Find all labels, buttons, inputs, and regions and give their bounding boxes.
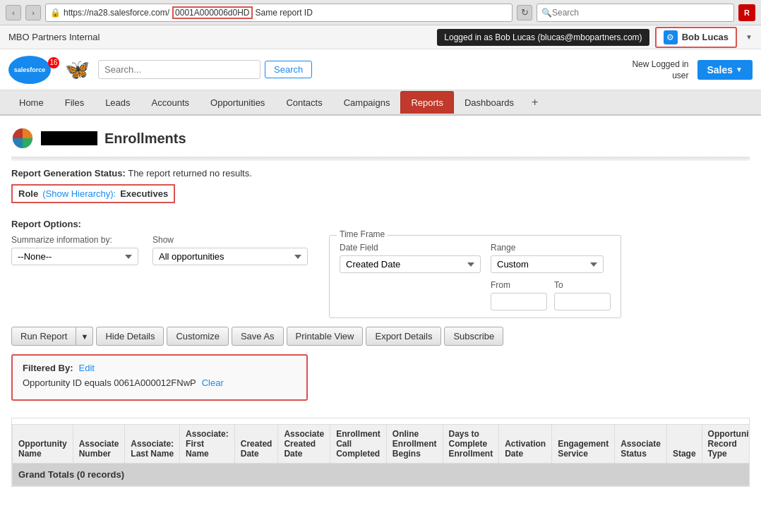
col-associate-last-name: Associate: Last Name <box>125 425 180 464</box>
range-label: Range <box>491 243 611 253</box>
save-as-button[interactable]: Save As <box>232 327 284 346</box>
filter-section: Filtered By: Edit Opportunity ID equals … <box>11 354 308 401</box>
sf-search-button[interactable]: Search <box>265 61 312 78</box>
from-input[interactable] <box>491 293 547 310</box>
refresh-button[interactable]: ↻ <box>517 5 532 20</box>
date-field-select[interactable]: Created Date <box>340 255 481 273</box>
run-report-button[interactable]: Run Report <box>11 327 76 346</box>
filter-row-1: Filtered By: Edit <box>23 363 296 373</box>
sf-search-area: Search <box>98 60 352 79</box>
from-label: From <box>491 280 547 290</box>
summarize-select[interactable]: --None-- <box>11 248 138 265</box>
sf-cloud-logo: salesforce <box>8 56 51 84</box>
role-label: Role <box>18 188 38 199</box>
user-dropdown-arrow[interactable]: ▼ <box>745 33 753 41</box>
date-field-label: Date Field <box>340 243 481 253</box>
date-field-group: Date Field Created Date <box>340 243 481 273</box>
forward-button[interactable]: › <box>25 5 41 20</box>
col-engagement-service: Engagement Service <box>552 425 615 464</box>
run-report-arrow-button[interactable]: ▼ <box>76 327 93 346</box>
timeframe-container: Time Frame Date Field Created Date Range… <box>329 235 621 318</box>
filter-row-2: Opportunity ID equals 0061A000012FNwP Cl… <box>23 377 296 388</box>
col-stage: Stage <box>666 425 702 464</box>
filter-condition: Opportunity ID equals 0061A000012FNwP <box>23 377 196 388</box>
back-button[interactable]: ‹ <box>6 5 21 20</box>
to-input[interactable] <box>554 293 611 310</box>
add-tab-button[interactable]: + <box>525 90 545 114</box>
col-online-enrollment-begins: Online Enrollment Begins <box>386 425 443 464</box>
sales-btn-arrow: ▼ <box>736 66 743 73</box>
report-table: Opportunity Name Associate Number Associ… <box>12 424 750 486</box>
tab-contacts[interactable]: Contacts <box>275 91 332 114</box>
table-header-row: Opportunity Name Associate Number Associ… <box>13 425 750 464</box>
user-name: Bob Lucas <box>682 32 729 42</box>
options-and-timeframe: Summarize information by: --None-- Show … <box>11 235 750 318</box>
options-left: Summarize information by: --None-- Show … <box>11 235 308 265</box>
sf-header: salesforce 16 🦋 Search New Logged in use… <box>0 49 761 90</box>
report-title-redacted <box>41 131 97 145</box>
summarize-group: Summarize information by: --None-- <box>11 235 138 265</box>
summarize-label: Summarize information by: <box>11 235 138 245</box>
range-group: Range Custom From To <box>491 243 611 310</box>
report-title-row: Enrollments <box>11 127 750 150</box>
col-days-to-complete-enrollment: Days to Complete Enrollment <box>443 425 499 464</box>
timeframe-title: Time Frame <box>337 229 388 239</box>
timeframe-row: Date Field Created Date Range Custom Fro… <box>340 243 611 310</box>
show-select[interactable]: All opportunities <box>152 248 308 265</box>
hide-details-button[interactable]: Hide Details <box>96 327 164 346</box>
show-group: Show All opportunities <box>152 235 308 265</box>
sf-right-area: New Logged in user <box>632 59 688 80</box>
from-to-row: From To <box>491 280 611 310</box>
mbo-user-area: Logged in as Bob Lucas (blucas@mbopartne… <box>437 27 753 48</box>
mbo-user-box[interactable]: ⚙ Bob Lucas <box>655 27 737 48</box>
role-row: Role (Show Hierarchy): Executives <box>11 184 175 203</box>
report-pie-icon <box>11 127 34 150</box>
tab-home[interactable]: Home <box>8 91 54 114</box>
sf-logo: salesforce 16 🦋 <box>8 56 90 84</box>
url-same-report: Same report ID <box>256 8 313 18</box>
sales-button[interactable]: Sales ▼ <box>697 60 753 80</box>
export-details-button[interactable]: Export Details <box>366 327 441 346</box>
subscribe-button[interactable]: Subscribe <box>444 327 503 346</box>
salesforce-text: salesforce <box>14 66 46 73</box>
status-value: The report returned no results. <box>128 168 252 179</box>
customize-button[interactable]: Customize <box>167 327 228 346</box>
action-buttons: Run Report ▼ Hide Details Customize Save… <box>11 327 750 346</box>
col-opportunity-name: Opportunity Name <box>13 425 73 464</box>
sf-search-input[interactable] <box>98 60 260 79</box>
divider <box>11 157 750 161</box>
browser-extension-icon[interactable]: R <box>738 4 755 21</box>
tab-leads[interactable]: Leads <box>95 91 140 114</box>
lock-icon: 🔒 <box>50 8 61 18</box>
role-value: Executives <box>120 188 168 199</box>
url-bar[interactable]: 🔒 https://na28.salesforce.com/ 0001A0000… <box>45 4 513 22</box>
browser-search-bar[interactable]: 🔍 <box>537 4 734 22</box>
report-table-wrapper: Opportunity Name Associate Number Associ… <box>11 418 750 487</box>
col-activation-date: Activation Date <box>499 425 552 464</box>
new-logged-in-label: New Logged in <box>632 59 688 69</box>
browser-search-input[interactable] <box>552 8 707 18</box>
col-associate-first-name: Associate: First Name <box>180 425 235 464</box>
search-icon: 🔍 <box>541 8 552 18</box>
filter-edit-link[interactable]: Edit <box>79 363 95 373</box>
col-associate-number: Associate Number <box>73 425 125 464</box>
options-row-inline: Summarize information by: --None-- Show … <box>11 235 308 265</box>
filter-clear-link[interactable]: Clear <box>202 377 224 388</box>
col-enrollment-call-completed: Enrollment Call Completed <box>330 425 387 464</box>
tab-reports[interactable]: Reports <box>400 91 454 114</box>
range-select[interactable]: Custom <box>491 255 604 273</box>
sales-btn-label: Sales <box>707 64 733 75</box>
run-report-group: Run Report ▼ <box>11 327 93 346</box>
tab-dashboards[interactable]: Dashboards <box>454 91 525 114</box>
to-group: To <box>554 280 611 310</box>
butterfly-icon: 🦋 <box>65 58 90 81</box>
tab-files[interactable]: Files <box>54 91 95 114</box>
tab-accounts[interactable]: Accounts <box>141 91 200 114</box>
notification-badge[interactable]: 16 <box>48 57 59 68</box>
tab-opportunities[interactable]: Opportunities <box>200 91 275 114</box>
tab-campaigns[interactable]: Campaigns <box>333 91 401 114</box>
role-hierarchy-link[interactable]: (Show Hierarchy): <box>42 188 116 199</box>
browser-chrome: ‹ › 🔒 https://na28.salesforce.com/ 0001A… <box>0 0 761 25</box>
col-associate-created-date: Associate Created Date <box>278 425 330 464</box>
printable-view-button[interactable]: Printable View <box>287 327 364 346</box>
